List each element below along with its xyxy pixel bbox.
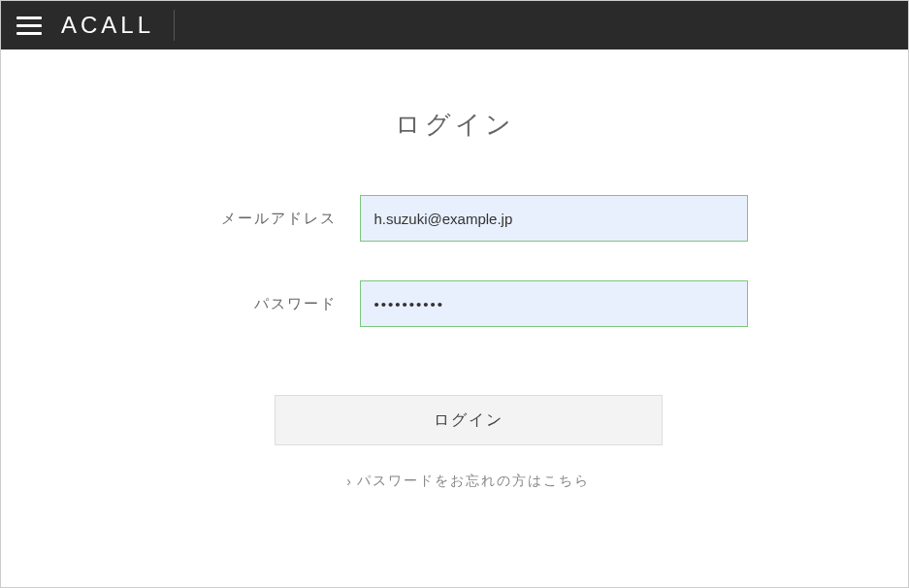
email-label: メールアドレス [162,210,337,228]
page-title: ログイン [395,108,515,142]
login-content: ログイン メールアドレス パスワード ログイン パスワードをお忘れの方はこちら [1,49,908,587]
forgot-password-link[interactable]: パスワードをお忘れの方はこちら [346,473,590,490]
email-row: メールアドレス [1,195,908,242]
app-logo: ACALL [61,10,175,41]
email-input[interactable] [360,195,748,242]
password-label: パスワード [162,295,337,313]
login-button[interactable]: ログイン [275,395,663,445]
app-window: ACALL ログイン メールアドレス パスワード ログイン パスワードをお忘れの… [0,0,909,588]
password-input[interactable] [360,280,748,327]
menu-icon[interactable] [16,13,42,38]
app-header: ACALL [1,1,908,49]
password-row: パスワード [1,280,908,327]
